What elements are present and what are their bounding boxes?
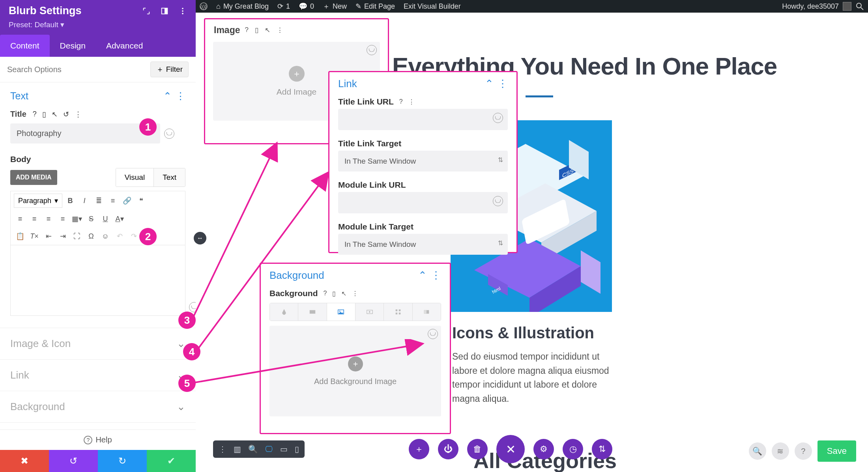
preset-selector[interactable]: Preset: Default ▾: [9, 20, 187, 35]
reset-icon[interactable]: ↺: [63, 110, 69, 119]
comments-link[interactable]: 💬0: [299, 2, 314, 11]
add-image-plus-icon[interactable]: ＋: [289, 66, 305, 82]
menu-icon[interactable]: ⋮: [498, 78, 508, 90]
link-button[interactable]: 🔗: [121, 194, 133, 207]
emoji-button[interactable]: ☺: [99, 230, 112, 243]
bg-dynamic-icon[interactable]: [428, 329, 438, 339]
align-left-button[interactable]: ≡: [14, 213, 26, 225]
menu-icon[interactable]: ⋮: [352, 290, 358, 297]
bg-tab-mask[interactable]: [412, 303, 441, 321]
undo-footer-button[interactable]: ↺: [49, 450, 98, 472]
br-help-button[interactable]: ?: [795, 442, 812, 460]
dynamic-content-icon[interactable]: [164, 129, 174, 139]
new-link[interactable]: ＋New: [323, 2, 347, 11]
confirm-button[interactable]: ✔: [147, 450, 196, 472]
italic-button[interactable]: I: [78, 194, 91, 207]
bb-power-button[interactable]: ⏻: [438, 439, 458, 459]
specialchar-button[interactable]: Ω: [85, 230, 97, 243]
wp-logo[interactable]: [200, 2, 208, 10]
redo-button[interactable]: ↷: [127, 230, 140, 243]
align-center-button[interactable]: ≡: [28, 213, 41, 225]
align-right-button[interactable]: ≡: [42, 213, 55, 225]
chevron-up-icon[interactable]: ⌃: [163, 90, 172, 102]
quote-button[interactable]: ❝: [135, 194, 148, 207]
br-layers-button[interactable]: ≋: [772, 442, 789, 460]
textcolor-button[interactable]: A▾: [113, 213, 126, 225]
bb-wireframe-icon[interactable]: ▥: [234, 444, 241, 454]
bb-add-button[interactable]: ＋: [409, 439, 429, 459]
admin-search-icon[interactable]: [855, 2, 864, 11]
fullscreen-button[interactable]: ⛶: [71, 230, 83, 243]
title-link-url-input[interactable]: [338, 109, 508, 130]
section-menu-icon[interactable]: ⋮: [176, 90, 185, 102]
field-menu-icon[interactable]: ⋮: [75, 110, 82, 119]
filter-button[interactable]: ＋Filter: [150, 62, 189, 77]
undo-button[interactable]: ↶: [113, 230, 126, 243]
strike-button[interactable]: S: [85, 213, 97, 225]
paragraph-select[interactable]: Paragraph▾: [14, 194, 62, 208]
bb-close-button[interactable]: ✕: [496, 435, 525, 463]
bb-sort-button[interactable]: ⇅: [592, 439, 612, 459]
bb-history-button[interactable]: ◷: [563, 439, 583, 459]
section-image-icon[interactable]: Image & Icon⌄: [0, 328, 196, 359]
underline-button[interactable]: U: [99, 213, 112, 225]
module-link-url-input[interactable]: [338, 192, 508, 213]
hover-icon[interactable]: ↖: [341, 290, 346, 297]
cancel-button[interactable]: ✖: [0, 450, 49, 472]
chevron-up-icon[interactable]: ⌃: [485, 78, 494, 90]
phone-icon[interactable]: ▯: [255, 26, 258, 34]
help-icon[interactable]: ?: [33, 110, 37, 119]
phone-icon[interactable]: ▯: [42, 110, 46, 119]
chevron-up-icon[interactable]: ⌃: [418, 269, 427, 282]
tab-advanced[interactable]: Advanced: [96, 35, 153, 57]
bb-menu-icon[interactable]: ⋮: [219, 444, 226, 454]
title-input[interactable]: [10, 123, 160, 144]
expand-icon[interactable]: [142, 7, 151, 15]
bb-tablet-icon[interactable]: ▭: [280, 444, 288, 454]
tab-content[interactable]: Content: [0, 35, 50, 57]
bb-settings-button[interactable]: ⚙: [533, 439, 554, 459]
snap-icon[interactable]: [160, 7, 169, 15]
clear-format-button[interactable]: T×: [28, 230, 41, 243]
exit-vb-link[interactable]: Exit Visual Builder: [404, 2, 461, 11]
revisions-link[interactable]: ⟳1: [277, 2, 290, 11]
outdent-button[interactable]: ⇤: [42, 230, 55, 243]
bg-tab-pattern[interactable]: [383, 303, 412, 321]
text-tab[interactable]: Text: [153, 168, 185, 187]
edit-page-link[interactable]: ✎Edit Page: [355, 2, 395, 11]
table-button[interactable]: ▦▾: [71, 213, 83, 225]
help-icon[interactable]: ?: [399, 98, 403, 106]
image-dynamic-icon[interactable]: [367, 45, 377, 55]
panel-menu-icon[interactable]: [178, 7, 187, 15]
user-avatar[interactable]: [843, 2, 851, 11]
help-icon[interactable]: ?: [245, 26, 248, 34]
bb-zoom-icon[interactable]: 🔍: [248, 444, 258, 454]
save-button[interactable]: Save: [817, 440, 856, 462]
howdy-text[interactable]: Howdy, dee35007: [782, 2, 839, 11]
br-search-button[interactable]: 🔍: [749, 442, 766, 460]
bg-tab-video[interactable]: [355, 303, 383, 321]
bb-desktop-icon[interactable]: 🖵: [265, 445, 273, 454]
help-button[interactable]: ?Help: [0, 429, 196, 450]
tab-design[interactable]: Design: [50, 35, 96, 57]
panel-drag-handle[interactable]: ↔: [194, 232, 206, 244]
add-media-button[interactable]: ADD MEDIA: [10, 170, 57, 185]
align-justify-button[interactable]: ≡: [56, 213, 69, 225]
menu-icon[interactable]: ⋮: [431, 269, 441, 282]
dynamic-content-icon[interactable]: [493, 113, 503, 123]
indent-button[interactable]: ⇥: [56, 230, 69, 243]
section-background[interactable]: Background⌄: [0, 391, 196, 422]
visual-tab[interactable]: Visual: [116, 168, 153, 187]
ul-button[interactable]: ≣: [92, 194, 105, 207]
search-options-input[interactable]: [7, 65, 150, 74]
redo-footer-button[interactable]: ↻: [98, 450, 147, 472]
site-name-link[interactable]: ⌂My Great Blog: [216, 2, 269, 11]
hover-icon[interactable]: ↖: [52, 110, 58, 119]
menu-icon[interactable]: ⋮: [277, 26, 283, 34]
menu-icon[interactable]: ⋮: [408, 98, 415, 106]
section-link[interactable]: Link⌄: [0, 359, 196, 391]
hover-icon[interactable]: ↖: [265, 26, 270, 34]
section-text-header[interactable]: Text ⌃ ⋮: [0, 82, 196, 106]
paste-button[interactable]: 📋: [14, 230, 26, 243]
section-admin-label[interactable]: Admin Label⌄: [0, 422, 196, 429]
